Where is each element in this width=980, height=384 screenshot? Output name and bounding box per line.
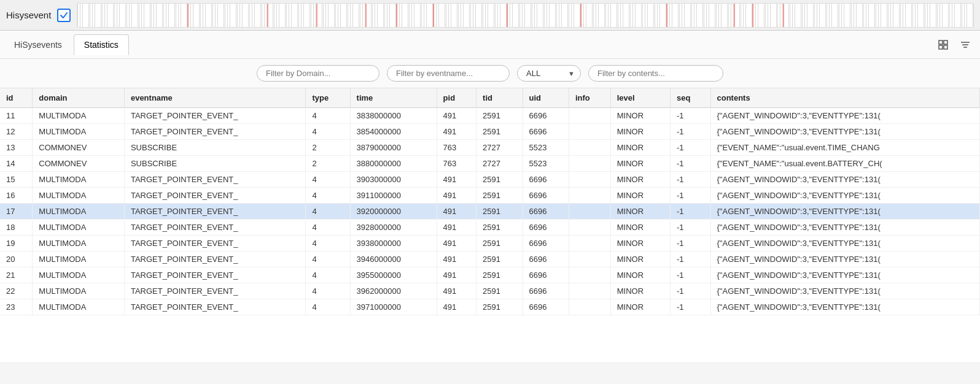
cell-type: 4	[306, 252, 350, 267]
table-row[interactable]: 11MULTIMODATARGET_POINTER_EVENT_43838000…	[0, 108, 980, 124]
cell-type: 4	[306, 172, 350, 188]
table-row[interactable]: 18MULTIMODATARGET_POINTER_EVENT_43928000…	[0, 220, 980, 236]
cell-contents: {"AGENT_WINDOWID":3,"EVENTTYPE":131(	[710, 108, 980, 124]
col-header-contents: contents	[710, 88, 980, 108]
table-row[interactable]: 22MULTIMODATARGET_POINTER_EVENT_43962000…	[0, 283, 980, 299]
col-header-type: type	[306, 88, 350, 108]
cell-uid: 6696	[523, 299, 569, 315]
app-checkbox[interactable]	[57, 9, 71, 22]
cell-id: 19	[0, 236, 33, 252]
cell-type: 4	[306, 236, 350, 252]
cell-level: MINOR	[610, 108, 670, 124]
table-row[interactable]: 12MULTIMODATARGET_POINTER_EVENT_43854000…	[0, 124, 980, 140]
filter-domain-input[interactable]	[257, 65, 379, 82]
cell-time: 3955000000	[350, 267, 437, 283]
col-header-info: info	[569, 88, 610, 108]
timeline-bar[interactable]	[77, 3, 974, 28]
filter-level-select[interactable]: ALL MINOR CRITICAL INFO	[517, 65, 581, 82]
cell-info	[569, 156, 610, 172]
svg-rect-12	[939, 40, 943, 44]
cell-pid: 491	[437, 299, 476, 315]
cell-pid: 763	[437, 140, 476, 156]
cell-eventname: TARGET_POINTER_EVENT_	[124, 108, 306, 124]
cell-id: 23	[0, 299, 33, 315]
cell-level: MINOR	[610, 252, 670, 267]
cell-info	[569, 140, 610, 156]
cell-type: 4	[306, 267, 350, 283]
tab-hisysevents[interactable]: HiSysevents	[4, 34, 72, 55]
cell-eventname: SUBSCRIBE	[124, 156, 306, 172]
cell-contents: {"AGENT_WINDOWID":3,"EVENTTYPE":131(	[710, 267, 980, 283]
cell-eventname: SUBSCRIBE	[124, 140, 306, 156]
cell-type: 4	[306, 283, 350, 299]
cell-level: MINOR	[610, 267, 670, 283]
cell-id: 16	[0, 188, 33, 204]
cell-id: 18	[0, 220, 33, 236]
cell-info	[569, 299, 610, 315]
table-row[interactable]: 21MULTIMODATARGET_POINTER_EVENT_43955000…	[0, 267, 980, 283]
table-row[interactable]: 17MULTIMODATARGET_POINTER_EVENT_43920000…	[0, 204, 980, 220]
cell-contents: {"AGENT_WINDOWID":3,"EVENTTYPE":131(	[710, 236, 980, 252]
cell-tid: 2727	[476, 156, 523, 172]
col-header-eventname: eventname	[124, 88, 306, 108]
cell-uid: 6696	[523, 172, 569, 188]
cell-tid: 2591	[476, 172, 523, 188]
filter-icon	[960, 39, 971, 50]
cell-contents: {"EVENT_NAME":"usual.event.TIME_CHANG	[710, 140, 980, 156]
table-body: 11MULTIMODATARGET_POINTER_EVENT_43838000…	[0, 108, 980, 315]
cell-info	[569, 108, 610, 124]
cell-uid: 6696	[523, 252, 569, 267]
cell-tid: 2591	[476, 267, 523, 283]
table-row[interactable]: 13COMMONEVSUBSCRIBE238790000007632727552…	[0, 140, 980, 156]
cell-domain: COMMONEV	[33, 140, 125, 156]
layout-icon	[938, 39, 949, 50]
cell-level: MINOR	[610, 172, 670, 188]
cell-uid: 6696	[523, 108, 569, 124]
cell-level: MINOR	[610, 140, 670, 156]
cell-seq: -1	[670, 252, 710, 267]
col-header-uid: uid	[523, 88, 569, 108]
cell-eventname: TARGET_POINTER_EVENT_	[124, 172, 306, 188]
cell-tid: 2591	[476, 236, 523, 252]
cell-id: 14	[0, 156, 33, 172]
cell-time: 3838000000	[350, 108, 437, 124]
cell-info	[569, 283, 610, 299]
table-row[interactable]: 23MULTIMODATARGET_POINTER_EVENT_43971000…	[0, 299, 980, 315]
cell-uid: 6696	[523, 283, 569, 299]
cell-level: MINOR	[610, 299, 670, 315]
timeline-red-marks	[77, 4, 973, 27]
table-row[interactable]: 19MULTIMODATARGET_POINTER_EVENT_43938000…	[0, 236, 980, 252]
table-row[interactable]: 14COMMONEVSUBSCRIBE238800000007632727552…	[0, 156, 980, 172]
cell-id: 22	[0, 283, 33, 299]
cell-pid: 491	[437, 236, 476, 252]
cell-uid: 5523	[523, 156, 569, 172]
filter-eventname-input[interactable]	[387, 65, 510, 82]
svg-rect-14	[939, 45, 943, 49]
filter-contents-input[interactable]	[588, 65, 723, 82]
cell-seq: -1	[670, 220, 710, 236]
filter-icon-btn[interactable]	[957, 36, 974, 53]
cell-uid: 6696	[523, 220, 569, 236]
cell-id: 15	[0, 172, 33, 188]
cell-id: 20	[0, 252, 33, 267]
cell-domain: COMMONEV	[33, 156, 125, 172]
cell-level: MINOR	[610, 188, 670, 204]
table-row[interactable]: 20MULTIMODATARGET_POINTER_EVENT_43946000…	[0, 252, 980, 267]
cell-pid: 491	[437, 172, 476, 188]
cell-type: 4	[306, 188, 350, 204]
cell-info	[569, 267, 610, 283]
cell-seq: -1	[670, 267, 710, 283]
table-row[interactable]: 15MULTIMODATARGET_POINTER_EVENT_43903000…	[0, 172, 980, 188]
cell-contents: {"AGENT_WINDOWID":3,"EVENTTYPE":131(	[710, 188, 980, 204]
tab-statistics[interactable]: Statistics	[74, 34, 129, 55]
cell-domain: MULTIMODA	[33, 299, 125, 315]
cell-tid: 2591	[476, 108, 523, 124]
cell-pid: 491	[437, 204, 476, 220]
layout-icon-btn[interactable]	[935, 36, 952, 53]
cell-contents: {"AGENT_WINDOWID":3,"EVENTTYPE":131(	[710, 220, 980, 236]
cell-tid: 2591	[476, 220, 523, 236]
cell-level: MINOR	[610, 236, 670, 252]
cell-type: 2	[306, 140, 350, 156]
table-row[interactable]: 16MULTIMODATARGET_POINTER_EVENT_43911000…	[0, 188, 980, 204]
table-container[interactable]: id domain eventname type time pid tid ui…	[0, 88, 980, 362]
